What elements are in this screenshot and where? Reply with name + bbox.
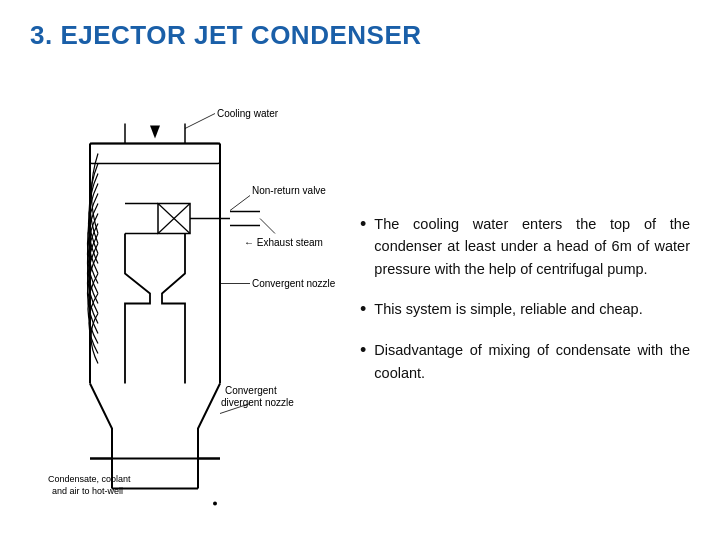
svg-text:and air to hot-well: and air to hot-well [52, 486, 123, 496]
bullet-text-3: Disadvantage of mixing of condensate wit… [374, 339, 690, 384]
svg-text:Condensate, coolant: Condensate, coolant [48, 474, 131, 484]
bullet-item-1: • The cooling water enters the top of th… [360, 213, 690, 280]
bullet-dot-1: • [360, 213, 366, 236]
svg-text:divergent nozzle: divergent nozzle [221, 397, 294, 408]
svg-line-19 [185, 114, 215, 129]
svg-line-23 [260, 219, 275, 234]
page: 3. EJECTOR JET CONDENSER [0, 0, 720, 540]
svg-line-21 [230, 196, 250, 211]
svg-marker-18 [150, 126, 160, 139]
bullet-dot-2: • [360, 298, 366, 321]
text-area: • The cooling water enters the top of th… [360, 67, 690, 520]
svg-point-32 [213, 502, 217, 506]
bullet-item-2: • This system is simple, reliable and ch… [360, 298, 690, 321]
page-title: 3. EJECTOR JET CONDENSER [30, 20, 690, 51]
bullet-item-3: • Disadvantage of mixing of condensate w… [360, 339, 690, 384]
svg-text:Cooling water: Cooling water [217, 108, 279, 119]
bullet-dot-3: • [360, 339, 366, 362]
ejector-diagram: Cooling water Non-return valve ← Exhaust… [30, 67, 340, 520]
bullet-text-1: The cooling water enters the top of the … [374, 213, 690, 280]
diagram-area: Cooling water Non-return valve ← Exhaust… [30, 67, 340, 520]
svg-rect-0 [90, 144, 220, 164]
svg-text:Convergent nozzle: Convergent nozzle [252, 278, 336, 289]
bullet-text-2: This system is simple, reliable and chea… [374, 298, 642, 320]
svg-text:Convergent: Convergent [225, 385, 277, 396]
svg-text:Non-return valve: Non-return valve [252, 185, 326, 196]
content-row: Cooling water Non-return valve ← Exhaust… [30, 67, 690, 520]
svg-text:← Exhaust steam: ← Exhaust steam [244, 237, 323, 248]
